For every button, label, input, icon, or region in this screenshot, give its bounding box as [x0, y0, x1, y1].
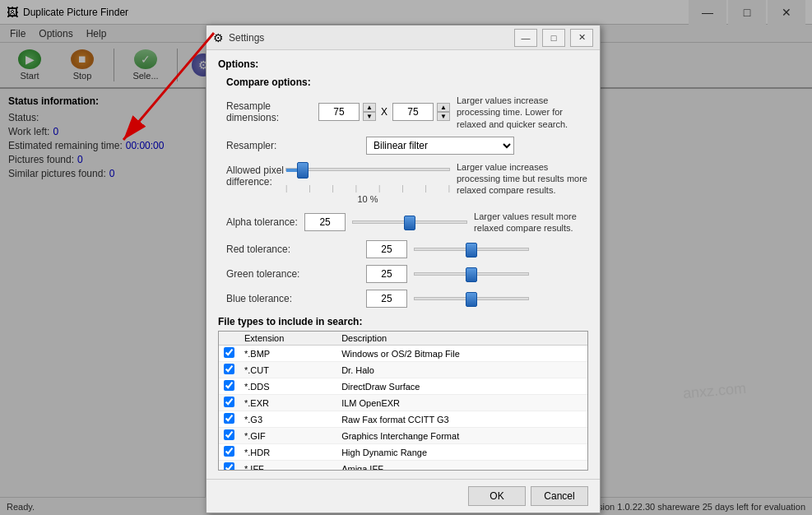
modal-title-bar: ⚙ Settings — □ ✕	[206, 26, 600, 50]
filetypes-title: File types to include in search:	[218, 316, 588, 327]
filetypes-list[interactable]: Extension Description *.BMP Windows or O…	[218, 331, 588, 471]
filetype-ext: *.EXR	[239, 395, 336, 411]
filetype-ext: *.DDS	[239, 378, 336, 395]
green-input[interactable]	[366, 265, 407, 283]
red-slider[interactable]	[414, 248, 529, 251]
filetype-checkbox-cell[interactable]	[219, 346, 239, 362]
filetypes-body: *.BMP Windows or OS/2 Bitmap File *.CUT …	[219, 346, 587, 471]
filetype-desc: Graphics Interchange Format	[336, 428, 587, 444]
resample-y-up[interactable]: ▲	[437, 103, 450, 112]
filetype-checkbox-cell[interactable]	[219, 362, 239, 378]
alpha-label: Alpha tolerance:	[226, 216, 304, 228]
filetype-desc: Windows or OS/2 Bitmap File	[336, 346, 587, 362]
red-input[interactable]	[366, 240, 407, 258]
blue-row: Blue tolerance:	[226, 290, 588, 308]
filetype-checkbox-cell[interactable]	[219, 378, 239, 395]
filetype-ext: *.GIF	[239, 428, 336, 444]
resample-y-down[interactable]: ▼	[437, 112, 450, 121]
blue-control	[366, 290, 588, 308]
col-check	[219, 332, 239, 346]
filetype-checkbox-cell[interactable]	[219, 444, 239, 461]
settings-modal: ⚙ Settings — □ ✕ Options: Compare option…	[206, 25, 601, 513]
filetypes-header: Extension Description	[219, 332, 587, 346]
cancel-button[interactable]: Cancel	[531, 486, 588, 506]
filetype-desc: Raw Fax format CCITT G3	[336, 411, 587, 428]
filetype-checkbox[interactable]	[224, 380, 234, 391]
x-separator: X	[381, 106, 387, 118]
filetype-ext: *.HDR	[239, 444, 336, 461]
pixel-diff-thumb[interactable]	[297, 162, 309, 179]
alpha-hint: Larger values result more relaxed compar…	[474, 211, 588, 234]
alpha-row: Alpha tolerance: Larger values result mo…	[226, 211, 588, 234]
green-label: Green tolerance:	[226, 268, 366, 280]
green-thumb[interactable]	[466, 267, 477, 282]
svg-line-1	[123, 33, 214, 140]
table-row: *.G3 Raw Fax format CCITT G3	[219, 411, 587, 428]
filetype-ext: *.G3	[239, 411, 336, 428]
filetype-checkbox[interactable]	[224, 397, 234, 407]
filetype-desc: Dr. Halo	[336, 362, 587, 378]
resample-x-up[interactable]: ▲	[363, 103, 376, 112]
blue-slider[interactable]	[414, 297, 529, 300]
red-control	[366, 240, 588, 258]
filetype-desc: Amiga IFF	[336, 461, 587, 471]
red-thumb[interactable]	[466, 243, 477, 258]
table-row: *.EXR ILM OpenEXR	[219, 395, 587, 411]
resample-hint: Larger values increase processing time. …	[457, 95, 588, 130]
col-extension: Extension	[239, 332, 336, 346]
filetype-checkbox[interactable]	[224, 462, 234, 471]
filetype-checkbox[interactable]	[224, 429, 234, 440]
modal-maximize-button[interactable]: □	[542, 29, 565, 47]
modal-overlay: ⚙ Settings — □ ✕ Options: Compare option…	[0, 0, 812, 515]
filetype-checkbox[interactable]	[224, 446, 234, 457]
table-row: *.BMP Windows or OS/2 Bitmap File	[219, 346, 587, 362]
modal-minimize-button[interactable]: —	[514, 29, 537, 47]
resampler-select[interactable]: Bilinear filter Nearest neighbor Bicubic	[366, 137, 514, 155]
filetype-checkbox-cell[interactable]	[219, 428, 239, 444]
filetype-ext: *.IFF	[239, 461, 336, 471]
watermark: anxz.com	[682, 380, 747, 403]
resampler-label: Resampler:	[226, 140, 366, 151]
modal-footer: OK Cancel	[206, 479, 600, 513]
alpha-thumb[interactable]	[404, 216, 415, 230]
filetype-checkbox[interactable]	[224, 413, 234, 424]
modal-close-button[interactable]: ✕	[570, 29, 593, 47]
filetype-checkbox-cell[interactable]	[219, 411, 239, 428]
resample-label: Resample dimensions:	[226, 100, 318, 123]
table-row: *.GIF Graphics Interchange Format	[219, 428, 587, 444]
blue-thumb[interactable]	[466, 292, 477, 307]
pixel-diff-value: 10 %	[285, 194, 450, 204]
ok-button[interactable]: OK	[468, 486, 526, 506]
resample-x-spinners: ▲ ▼	[363, 103, 376, 121]
filetypes-section: File types to include in search: Extensi…	[218, 316, 588, 471]
modal-subsection: Compare options:	[226, 77, 588, 88]
filetype-checkbox-cell[interactable]	[219, 395, 239, 411]
table-row: *.HDR High Dynamic Range	[219, 444, 587, 461]
green-slider[interactable]	[414, 272, 529, 276]
filetype-checkbox[interactable]	[224, 347, 234, 358]
alpha-control	[304, 213, 467, 231]
pixel-diff-control: |||||||| 10 %	[285, 161, 450, 204]
table-row: *.IFF Amiga IFF	[219, 461, 587, 471]
resample-control: ▲ ▼ X ▲ ▼	[318, 103, 450, 121]
pixel-diff-slider-bg	[285, 168, 450, 171]
resample-x-down[interactable]: ▼	[363, 112, 376, 121]
pixel-diff-label: Allowed pixel difference:	[226, 161, 285, 188]
filetype-checkbox-cell[interactable]	[219, 461, 239, 471]
resample-row: Resample dimensions: ▲ ▼ X ▲ ▼ Larger va…	[226, 95, 588, 130]
alpha-input[interactable]	[304, 213, 346, 231]
pixel-diff-row: Allowed pixel difference: |||||||| 10 % …	[226, 161, 588, 204]
resample-y-input[interactable]	[392, 103, 434, 121]
filetype-checkbox[interactable]	[224, 364, 234, 374]
modal-icon: ⚙	[213, 31, 224, 44]
pixel-diff-hint: Larger value increases processing time b…	[457, 161, 588, 197]
red-label: Red tolerance:	[226, 244, 366, 255]
blue-input[interactable]	[366, 290, 407, 308]
filetype-desc: ILM OpenEXR	[336, 395, 587, 411]
resample-x-input[interactable]	[318, 103, 360, 121]
table-row: *.CUT Dr. Halo	[219, 362, 587, 378]
alpha-slider[interactable]	[352, 220, 467, 224]
modal-body: Options: Compare options: Resample dimen…	[206, 50, 600, 479]
filetypes-table: Extension Description *.BMP Windows or O…	[219, 332, 587, 471]
resampler-row: Resampler: Bilinear filter Nearest neigh…	[226, 137, 588, 155]
